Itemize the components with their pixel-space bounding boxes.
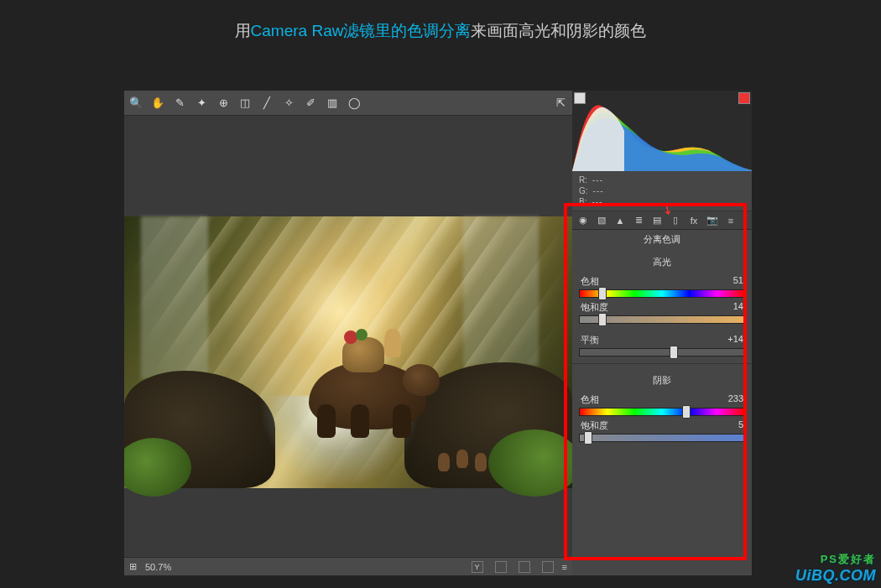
menu-icon[interactable]: ≡ bbox=[562, 562, 567, 572]
highlights-sat-slider[interactable] bbox=[579, 315, 745, 324]
b-value: --- bbox=[592, 196, 602, 207]
caption-accent: Camera Raw滤镜里的色调分离 bbox=[251, 22, 472, 39]
shadows-title: 阴影 bbox=[579, 371, 745, 390]
compare-box-icon[interactable] bbox=[519, 561, 530, 573]
radial-icon[interactable]: ◯ bbox=[347, 96, 361, 110]
instruction-caption: 用Camera Raw滤镜里的色调分离来画面高光和阴影的颜色 bbox=[0, 0, 881, 42]
shadows-sat-row: 饱和度 5 bbox=[579, 419, 745, 442]
caption-prefix: 用 bbox=[235, 22, 251, 39]
watermark-line1: PS爱好者 bbox=[795, 552, 876, 567]
tab-fx-icon[interactable]: fx bbox=[688, 215, 700, 226]
r-value: --- bbox=[592, 174, 603, 185]
left-column: 🔍 ✋ ✎ ✦ ⊕ ◫ ╱ ✧ ✐ ▥ ◯ ⇱ bbox=[124, 91, 572, 575]
g-label: G: bbox=[579, 185, 588, 196]
shadows-hue-label: 色相 bbox=[581, 393, 599, 406]
highlights-hue-label: 色相 bbox=[581, 275, 599, 288]
tab-camera-icon[interactable]: 📷 bbox=[706, 215, 718, 226]
tab-presets-icon[interactable]: ≡ bbox=[725, 215, 737, 226]
hand-icon[interactable]: ✋ bbox=[151, 96, 164, 110]
highlights-title: 高光 bbox=[579, 252, 745, 272]
histogram[interactable] bbox=[572, 91, 752, 171]
balance-value[interactable]: +14 bbox=[727, 334, 743, 346]
camera-raw-window: 🔍 ✋ ✎ ✦ ⊕ ◫ ╱ ✧ ✐ ▥ ◯ ⇱ bbox=[124, 91, 752, 575]
tab-split-tone-icon[interactable]: ▤ bbox=[651, 215, 663, 226]
balance-label: 平衡 bbox=[581, 334, 599, 346]
compare-split-icon[interactable] bbox=[495, 561, 507, 573]
target-icon[interactable]: ⊕ bbox=[216, 96, 230, 110]
highlights-hue-slider[interactable] bbox=[579, 289, 745, 298]
compare-y-icon[interactable]: Y bbox=[472, 561, 483, 573]
zoom-level[interactable]: 50.7% bbox=[145, 562, 171, 572]
watermark: PS爱好者 UiBQ.COM bbox=[795, 552, 876, 585]
balance-row: 平衡 +14 bbox=[579, 334, 745, 356]
shadows-hue-row: 色相 233 bbox=[579, 393, 745, 416]
tab-detail-icon[interactable]: ▲ bbox=[614, 215, 626, 226]
eyedropper-icon[interactable]: ✎ bbox=[173, 96, 186, 110]
bear-subject bbox=[300, 329, 435, 438]
grid-icon[interactable]: ⊞ bbox=[129, 561, 137, 572]
brush-icon[interactable]: ✐ bbox=[304, 96, 317, 110]
r-label: R: bbox=[579, 174, 587, 185]
shadows-hue-slider[interactable] bbox=[579, 408, 745, 416]
toolbar: 🔍 ✋ ✎ ✦ ⊕ ◫ ╱ ✧ ✐ ▥ ◯ ⇱ bbox=[124, 91, 572, 116]
shadows-sat-value[interactable]: 5 bbox=[738, 419, 743, 432]
zoom-icon[interactable]: 🔍 bbox=[129, 96, 143, 110]
watermark-line2: UiBQ.COM bbox=[795, 567, 876, 584]
tab-curve-icon[interactable]: ▧ bbox=[596, 215, 607, 226]
crop-icon[interactable]: ◫ bbox=[238, 96, 252, 110]
shadows-sat-label: 饱和度 bbox=[581, 419, 608, 432]
status-bar: ⊞ 50.7% Y ≡ bbox=[124, 557, 572, 575]
right-panel: R:--- G:--- B:--- ➘ ◉ ▧ ▲ ≣ ▤ ▯ fx 📷 ≡ 分… bbox=[572, 91, 752, 575]
export-icon[interactable]: ⇱ bbox=[554, 96, 567, 110]
preview-image bbox=[124, 216, 572, 488]
adjustment-tabs: ➘ ◉ ▧ ▲ ≣ ▤ ▯ fx 📷 ≡ bbox=[572, 211, 752, 230]
canvas-area[interactable] bbox=[124, 116, 572, 557]
shadows-hue-value[interactable]: 233 bbox=[728, 393, 743, 406]
highlights-sat-row: 饱和度 14 bbox=[579, 301, 745, 324]
highlights-sat-value[interactable]: 14 bbox=[733, 301, 743, 314]
shadows-sat-slider[interactable] bbox=[579, 434, 745, 442]
spot-icon[interactable]: ✧ bbox=[282, 96, 295, 110]
compare-box2-icon[interactable] bbox=[542, 561, 554, 573]
sampler-icon[interactable]: ✦ bbox=[195, 96, 208, 110]
tab-hsl-icon[interactable]: ≣ bbox=[633, 215, 644, 226]
g-value: --- bbox=[593, 185, 604, 196]
ruler-icon[interactable]: ╱ bbox=[260, 96, 274, 110]
tab-lens-icon[interactable]: ▯ bbox=[670, 215, 681, 226]
highlights-hue-row: 色相 51 bbox=[579, 275, 745, 298]
balance-slider[interactable] bbox=[579, 348, 745, 356]
caption-suffix: 来画面高光和阴影的颜色 bbox=[471, 22, 646, 39]
split-tone-panel: 高光 色相 51 饱和度 14 bbox=[572, 249, 752, 575]
b-label: B: bbox=[579, 196, 586, 207]
grad-icon[interactable]: ▥ bbox=[326, 96, 339, 110]
panel-title: 分离色调 bbox=[572, 230, 752, 249]
rgb-readout: R:--- G:--- B:--- bbox=[572, 171, 752, 211]
highlights-hue-value[interactable]: 51 bbox=[733, 275, 743, 288]
highlights-sat-label: 饱和度 bbox=[581, 301, 608, 314]
tab-basic-icon[interactable]: ◉ bbox=[577, 215, 589, 226]
